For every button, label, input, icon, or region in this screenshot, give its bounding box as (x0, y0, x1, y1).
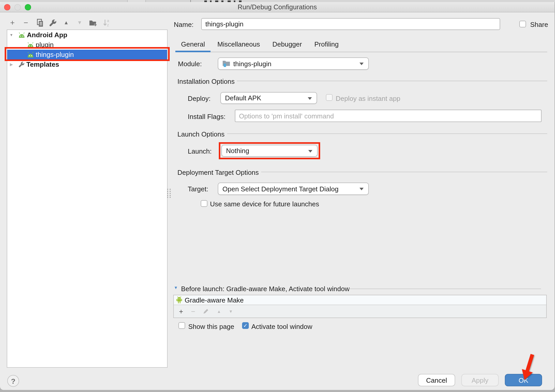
screen: Run/Debug Configurations + − ▲ ▼ (0, 0, 555, 392)
sort-az-icon: a z (103, 19, 110, 27)
tab-profiling[interactable]: Profiling (309, 37, 344, 52)
target-dropdown[interactable]: Open Select Deployment Target Dialog (218, 183, 369, 195)
configurations-tree: ▼ Android App plugin (7, 29, 168, 368)
annotation-arrow (519, 353, 537, 381)
tab-general[interactable]: General (175, 37, 211, 52)
activate-tool-window-label: Activate tool window (251, 323, 312, 330)
launch-options-title: Launch Options (177, 130, 224, 138)
svg-text:z: z (107, 23, 109, 27)
module-value: things-plugin (233, 60, 271, 67)
add-configuration-icon[interactable]: + (8, 19, 17, 27)
help-button[interactable]: ? (7, 375, 19, 387)
section-divider (349, 289, 541, 289)
android-robot-icon (176, 296, 182, 304)
apply-button[interactable]: Apply (461, 374, 499, 386)
module-label: Module: (178, 60, 202, 68)
name-label: Name: (174, 21, 194, 28)
use-same-device-label: Use same device for future launches (210, 200, 319, 208)
close-window-button[interactable] (4, 4, 10, 10)
android-icon (18, 32, 25, 38)
remove-task-icon[interactable]: − (191, 307, 195, 315)
move-up-icon[interactable]: ▲ (62, 19, 70, 27)
move-down-icon[interactable]: ▼ (76, 19, 84, 27)
tree-item-android-app[interactable]: ▼ Android App (7, 30, 167, 40)
task-label: Gradle-aware Make (185, 296, 244, 304)
tree-item-label: Android App (27, 31, 67, 39)
section-divider (237, 81, 547, 81)
install-flags-label: Install Flags: (188, 113, 226, 120)
share-checkbox[interactable]: ✓ (519, 21, 526, 27)
zoom-window-button[interactable] (25, 4, 31, 10)
background-window-strip (0, 0, 555, 2)
target-value: Open Select Deployment Target Dialog (222, 185, 339, 193)
edit-task-icon[interactable] (203, 308, 209, 314)
annotation-box-tree-selection (5, 47, 170, 61)
add-task-icon[interactable]: + (179, 307, 183, 315)
show-this-page-checkbox[interactable]: ✓ (178, 322, 185, 329)
title-bar[interactable]: Run/Debug Configurations (0, 2, 554, 12)
configurations-toolbar: + − ▲ ▼ a z (8, 19, 111, 27)
share-label: Share (530, 21, 548, 28)
edit-defaults-icon[interactable] (49, 19, 57, 27)
target-label: Target: (188, 185, 208, 193)
move-task-up-icon[interactable]: ▲ (217, 309, 221, 314)
wrench-icon (18, 61, 25, 68)
chevron-down-icon (359, 63, 364, 65)
deployment-target-options-title: Deployment Target Options (177, 169, 259, 176)
background-divider (190, 0, 191, 2)
svg-text:a: a (107, 19, 109, 23)
before-launch-toolbar: + − ▲ ▼ (174, 305, 546, 318)
folder-plus-icon (89, 19, 97, 27)
module-folder-icon (222, 60, 230, 67)
wrench-icon (49, 19, 57, 27)
tree-item-label: Templates (26, 61, 59, 68)
chevron-down-icon (308, 97, 312, 100)
before-launch-header: Before launch: Gradle-aware Make, Activa… (181, 285, 350, 293)
show-this-page-label: Show this page (188, 323, 234, 330)
deploy-dropdown[interactable]: Default APK (220, 92, 317, 104)
launch-label: Launch: (188, 147, 212, 155)
panel-splitter-handle[interactable] (167, 188, 171, 198)
deploy-instant-app-label: Deploy as instant app (336, 95, 400, 102)
background-tab-edge (127, 0, 146, 2)
task-gradle-aware-make[interactable]: Gradle-aware Make (174, 295, 546, 305)
copy-configuration-icon[interactable] (35, 19, 43, 27)
name-input[interactable] (201, 18, 500, 30)
deploy-instant-app-checkbox[interactable]: ✓ (326, 94, 333, 101)
annotation-box-launch-dropdown (219, 142, 320, 159)
collapse-arrow-icon[interactable]: ▶ (9, 62, 14, 66)
before-launch-task-list: Gradle-aware Make + − ▲ ▼ (173, 295, 547, 318)
use-same-device-checkbox[interactable]: ✓ (201, 200, 207, 207)
activate-tool-window-checkbox[interactable]: ✓ (242, 322, 249, 329)
deploy-value: Default APK (225, 94, 261, 102)
minimize-window-button (14, 4, 21, 10)
help-icon: ? (11, 377, 15, 385)
section-divider (227, 133, 547, 134)
install-flags-input[interactable] (235, 110, 542, 122)
collapse-triangle-icon[interactable]: ▼ (174, 286, 178, 290)
section-divider (261, 172, 547, 172)
tab-debugger[interactable]: Debugger (267, 37, 308, 52)
deploy-label: Deploy: (188, 95, 211, 102)
remove-configuration-icon[interactable]: − (22, 19, 30, 27)
move-task-down-icon[interactable]: ▼ (229, 309, 233, 314)
window-title: Run/Debug Configurations (0, 2, 554, 12)
installation-options-title: Installation Options (177, 78, 235, 85)
cancel-button[interactable]: Cancel (418, 374, 455, 386)
tab-miscellaneous[interactable]: Miscellaneous (212, 37, 266, 52)
settings-tabs: General Miscellaneous Debugger Profiling (175, 37, 547, 52)
module-dropdown[interactable]: things-plugin (218, 57, 369, 70)
sort-configurations-icon[interactable]: a z (102, 19, 111, 27)
chevron-down-icon (359, 188, 364, 190)
new-folder-icon[interactable] (89, 19, 97, 27)
expand-arrow-icon[interactable]: ▼ (9, 33, 14, 37)
copy-icon (35, 19, 43, 27)
